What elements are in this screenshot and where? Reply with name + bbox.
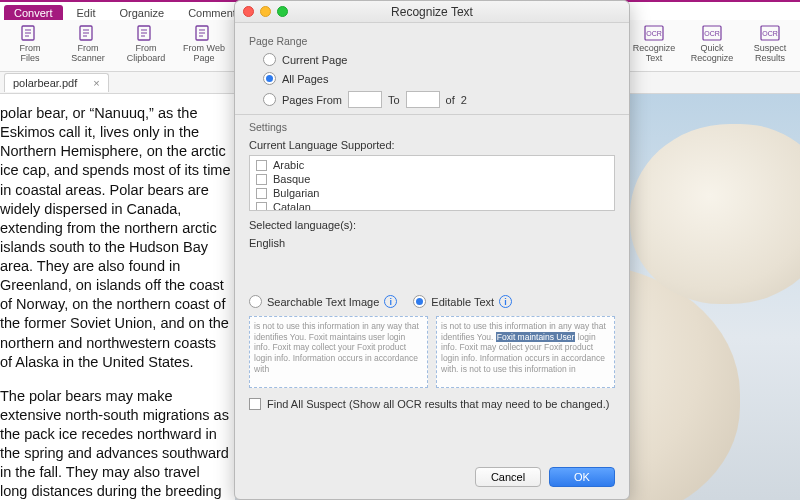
language-supported-label: Current Language Supported: — [249, 139, 615, 151]
doc-paragraph: polar bear, or “Nanuuq,” as the Eskimos … — [0, 104, 231, 372]
preview-searchable: is not to use this information in any wa… — [249, 316, 428, 388]
preview-editable: is not to use this information in any wa… — [436, 316, 615, 388]
ok-button[interactable]: OK — [549, 467, 615, 487]
ribbon-quick-recognize[interactable]: OCRQuickRecognize — [688, 24, 736, 64]
info-icon[interactable]: i — [499, 295, 512, 308]
cancel-button[interactable]: Cancel — [475, 467, 541, 487]
svg-text:OCR: OCR — [704, 30, 720, 37]
ribbon-from-clipboard[interactable]: FromClipboard — [122, 24, 170, 64]
ribbon-label: Text — [646, 54, 663, 64]
radio-icon — [263, 72, 276, 85]
radio-icon — [263, 53, 276, 66]
ribbon-icon — [19, 24, 41, 42]
option-label: Find All Suspect (Show all OCR results t… — [267, 398, 609, 410]
option-label: Searchable Text Image — [267, 296, 379, 308]
radio-icon — [413, 295, 426, 308]
all-pages-option[interactable]: All Pages — [263, 72, 615, 85]
ribbon-from-web-page[interactable]: From WebPage — [180, 24, 228, 64]
window-controls — [243, 6, 288, 17]
ribbon-icon — [135, 24, 157, 42]
close-tab-icon[interactable]: × — [93, 77, 99, 89]
ribbon-label: Recognize — [691, 54, 734, 64]
radio-icon — [249, 295, 262, 308]
menu-tab-organize[interactable]: Organize — [110, 5, 175, 20]
language-name: Arabic — [273, 159, 304, 171]
ribbon-label: Clipboard — [127, 54, 166, 64]
minimize-window-icon[interactable] — [260, 6, 271, 17]
checkbox-icon — [256, 174, 267, 185]
editable-text-option[interactable]: Editable Text i — [413, 295, 512, 308]
ribbon-suspect-results[interactable]: OCRSuspectResults — [746, 24, 794, 64]
searchable-text-option[interactable]: Searchable Text Image i — [249, 295, 397, 308]
dialog-title: Recognize Text — [391, 5, 473, 19]
option-label: Editable Text — [431, 296, 494, 308]
ribbon-icon — [77, 24, 99, 42]
recognize-text-dialog: Recognize Text Page Range Current Page A… — [234, 0, 630, 500]
ribbon-icon: OCR — [643, 24, 665, 42]
current-page-option[interactable]: Current Page — [263, 53, 615, 66]
option-label: All Pages — [282, 73, 328, 85]
option-label: Pages From — [282, 94, 342, 106]
language-list[interactable]: ArabicBasqueBulgarianCatalan — [249, 155, 615, 211]
radio-icon — [263, 93, 276, 106]
ribbon-recognize-text[interactable]: OCRRecognizeText — [630, 24, 678, 64]
document-tab-name: polarbear.pdf — [13, 77, 77, 89]
document-tab[interactable]: polarbear.pdf × — [4, 73, 109, 92]
find-all-suspect-option[interactable]: Find All Suspect (Show all OCR results t… — [249, 398, 615, 410]
ribbon-icon: OCR — [759, 24, 781, 42]
svg-text:OCR: OCR — [646, 30, 662, 37]
of-label: of — [446, 94, 455, 106]
ribbon-icon: OCR — [701, 24, 723, 42]
info-icon[interactable]: i — [384, 295, 397, 308]
language-name: Catalan — [273, 201, 311, 211]
checkbox-icon — [249, 398, 261, 410]
close-window-icon[interactable] — [243, 6, 254, 17]
ribbon-icon — [193, 24, 215, 42]
zoom-window-icon[interactable] — [277, 6, 288, 17]
language-name: Bulgarian — [273, 187, 319, 199]
checkbox-icon — [256, 202, 267, 212]
dialog-titlebar: Recognize Text — [235, 1, 629, 23]
selected-language-label: Selected language(s): — [249, 219, 615, 231]
ribbon-from-scanner[interactable]: FromScanner — [64, 24, 112, 64]
ribbon-label: Results — [755, 54, 785, 64]
page-range-label: Page Range — [249, 35, 615, 47]
pages-from-option[interactable]: Pages From To of 2 — [263, 91, 615, 108]
checkbox-icon — [256, 188, 267, 199]
svg-text:OCR: OCR — [762, 30, 778, 37]
ribbon-from-files[interactable]: FromFiles — [6, 24, 54, 64]
page-from-input[interactable] — [348, 91, 382, 108]
menu-tab-edit[interactable]: Edit — [67, 5, 106, 20]
to-label: To — [388, 94, 400, 106]
option-label: Current Page — [282, 54, 347, 66]
language-item[interactable]: Catalan — [250, 200, 614, 211]
language-name: Basque — [273, 173, 310, 185]
language-item[interactable]: Arabic — [250, 158, 614, 172]
ribbon-label: Page — [193, 54, 214, 64]
language-item[interactable]: Bulgarian — [250, 186, 614, 200]
menu-tab-convert[interactable]: Convert — [4, 5, 63, 20]
checkbox-icon — [256, 160, 267, 171]
selected-language-value: English — [249, 237, 615, 249]
language-item[interactable]: Basque — [250, 172, 614, 186]
doc-paragraph: The polar bears may make extensive north… — [0, 387, 231, 500]
page-to-input[interactable] — [406, 91, 440, 108]
ribbon-label: Scanner — [71, 54, 105, 64]
total-pages: 2 — [461, 94, 467, 106]
document-text: polar bear, or “Nanuuq,” as the Eskimos … — [0, 94, 235, 500]
settings-label: Settings — [249, 121, 615, 133]
ribbon-label: Files — [20, 54, 39, 64]
